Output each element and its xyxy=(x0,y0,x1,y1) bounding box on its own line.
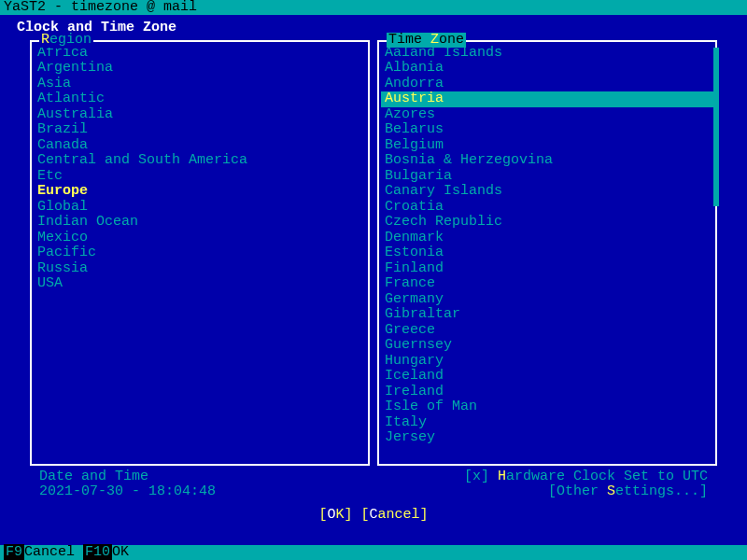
list-item[interactable]: Jersey xyxy=(381,430,713,446)
main-content: Clock and Time Zone Region AfricaArgenti… xyxy=(0,15,747,532)
list-item[interactable]: Global xyxy=(34,200,366,216)
list-item[interactable]: Germany xyxy=(381,292,713,308)
page-title: Clock and Time Zone xyxy=(9,17,738,40)
f9-label[interactable]: Cancel xyxy=(24,544,75,560)
list-item[interactable]: Andorra xyxy=(381,77,713,92)
cancel-button[interactable]: [Cancel] xyxy=(361,507,429,523)
list-item[interactable]: Finland xyxy=(381,261,713,277)
timezone-panel: Time Zone Aaland IslandsAlbaniaAndorraAu… xyxy=(377,40,717,466)
panels-row: Region AfricaArgentinaAsiaAtlanticAustra… xyxy=(9,40,738,466)
list-item[interactable]: Denmark xyxy=(381,231,713,246)
list-item[interactable]: Belgium xyxy=(381,138,713,154)
list-item[interactable]: Estonia xyxy=(381,245,713,261)
list-item[interactable]: Bulgaria xyxy=(381,169,713,185)
list-item[interactable]: Isle of Man xyxy=(381,399,713,415)
list-item[interactable]: Greece xyxy=(381,323,713,339)
bottom-row: Date and Time 2021-07-30 - 18:04:48 [x] … xyxy=(9,466,738,500)
list-item[interactable]: Asia xyxy=(34,77,366,92)
list-item[interactable]: Mexico xyxy=(34,231,366,246)
list-item[interactable]: Etc xyxy=(34,169,366,185)
list-item[interactable]: Austria xyxy=(381,91,713,107)
f10-label[interactable]: OK xyxy=(112,544,129,560)
list-item[interactable]: Belarus xyxy=(381,122,713,138)
list-item[interactable]: Canada xyxy=(34,138,366,154)
list-item[interactable]: Bosnia & Herzegovina xyxy=(381,153,713,169)
region-panel-label: Region xyxy=(39,33,93,49)
region-list[interactable]: AfricaArgentinaAsiaAtlanticAustraliaBraz… xyxy=(32,42,368,464)
list-item[interactable]: Iceland xyxy=(381,369,713,385)
list-item[interactable]: Pacific xyxy=(34,245,366,261)
list-item[interactable]: Czech Republic xyxy=(381,215,713,231)
datetime-label: Date and Time xyxy=(39,469,216,485)
status-bar: F9Cancel F10OK xyxy=(0,545,747,560)
list-item[interactable]: Australia xyxy=(34,107,366,123)
datetime-value: 2021-07-30 - 18:04:48 xyxy=(39,484,216,500)
list-item[interactable]: Italy xyxy=(381,415,713,431)
list-item[interactable]: Croatia xyxy=(381,200,713,216)
hwclock-checkbox[interactable]: [x] Hardware Clock Set to UTC xyxy=(464,469,708,485)
ok-button[interactable]: [OK] xyxy=(318,507,352,523)
buttons-row: [OK] [Cancel] xyxy=(9,500,738,531)
scrollbar-icon[interactable] xyxy=(713,48,719,206)
list-item[interactable]: Europe xyxy=(34,184,366,200)
timezone-list[interactable]: Aaland IslandsAlbaniaAndorraAustriaAzore… xyxy=(379,42,715,464)
right-block: [x] Hardware Clock Set to UTC [Other Set… xyxy=(464,469,708,500)
list-item[interactable]: Indian Ocean xyxy=(34,215,366,231)
other-settings-button[interactable]: [Other Settings...] xyxy=(464,484,708,500)
datetime-block: Date and Time 2021-07-30 - 18:04:48 xyxy=(39,469,216,500)
title-bar: YaST2 - timezone @ mail xyxy=(0,0,747,15)
list-item[interactable]: Azores xyxy=(381,107,713,123)
list-item[interactable]: Atlantic xyxy=(34,91,366,107)
timezone-panel-label: Time Zone xyxy=(387,33,466,49)
list-item[interactable]: Brazil xyxy=(34,122,366,138)
list-item[interactable]: Central and South America xyxy=(34,153,366,169)
list-item[interactable]: Ireland xyxy=(381,385,713,400)
list-item[interactable]: Argentina xyxy=(34,61,366,77)
list-item[interactable]: Gibraltar xyxy=(381,307,713,323)
list-item[interactable]: Hungary xyxy=(381,354,713,370)
f9-key: F9 xyxy=(4,544,24,560)
list-item[interactable]: Canary Islands xyxy=(381,184,713,200)
title-text: YaST2 - timezone @ mail xyxy=(4,0,197,15)
list-item[interactable]: Russia xyxy=(34,261,366,277)
f10-key: F10 xyxy=(83,544,112,560)
list-item[interactable]: Albania xyxy=(381,61,713,77)
list-item[interactable]: France xyxy=(381,276,713,292)
list-item[interactable]: USA xyxy=(34,276,366,292)
list-item[interactable]: Guernsey xyxy=(381,338,713,354)
region-panel: Region AfricaArgentinaAsiaAtlanticAustra… xyxy=(30,40,370,466)
